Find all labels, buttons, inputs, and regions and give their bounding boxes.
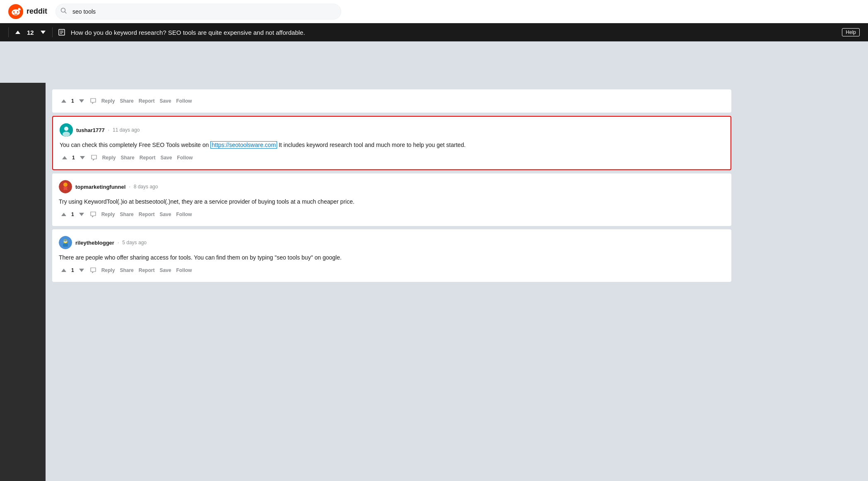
left-sidebar	[0, 83, 46, 481]
reply-button-tushar[interactable]: Reply	[101, 153, 118, 162]
comment-body-tushar1777: You can check this completely Free SEO T…	[60, 141, 724, 149]
svg-point-2	[13, 11, 15, 13]
svg-point-17	[63, 183, 68, 187]
comment-footer-topmarketing: 1 Reply Share Report Save Follow	[59, 209, 725, 219]
downvote-icon-riley[interactable]	[77, 265, 87, 275]
save-button-tushar[interactable]: Save	[159, 153, 174, 162]
help-badge[interactable]: Help	[842, 28, 860, 36]
comment-text-after-link: It includes keyword research tool and mu…	[277, 142, 465, 148]
comment-footer-riley: 1 Reply Share Report Save Follow	[59, 265, 725, 275]
svg-point-26	[65, 240, 66, 241]
downvote-arrow-tushar	[80, 156, 85, 159]
vote-area-riley: 1	[59, 265, 87, 275]
reddit-logo-icon[interactable]	[8, 4, 23, 19]
comment-bubble-icon-tushar	[91, 154, 97, 161]
avatar-tushar1777	[60, 123, 73, 137]
upvote-icon-stub[interactable]	[59, 96, 69, 106]
vote-count-tushar: 1	[70, 155, 77, 161]
logo-area[interactable]: reddit	[8, 4, 47, 19]
comment-topmarketingfunnel: topmarketingfunnel · 8 days ago Try usin…	[52, 173, 731, 226]
reply-button-riley[interactable]: Reply	[100, 266, 117, 275]
search-input[interactable]	[55, 4, 341, 19]
topbar-downvote-button[interactable]	[39, 29, 47, 36]
downvote-icon-tushar[interactable]	[77, 153, 87, 163]
separator-dot-tushar: ·	[108, 127, 109, 133]
comment-bubble-icon-topmarketing	[90, 211, 96, 218]
svg-point-14	[64, 127, 68, 131]
save-button-riley[interactable]: Save	[158, 266, 173, 275]
comment-bubble-icon-stub	[90, 98, 96, 104]
downvote-icon-topmarketing[interactable]	[77, 209, 87, 219]
downvote-icon-stub[interactable]	[77, 96, 87, 106]
avatar-icon-topmarketing	[59, 180, 72, 193]
follow-button-topmarketing[interactable]: Follow	[174, 210, 193, 219]
report-button-topmarketing[interactable]: Report	[137, 210, 157, 219]
svg-point-24	[64, 240, 67, 243]
svg-point-6	[16, 11, 17, 12]
username-topmarketingfunnel[interactable]: topmarketingfunnel	[75, 184, 125, 190]
downvote-arrow-stub	[79, 99, 84, 103]
svg-rect-20	[67, 187, 69, 190]
upvote-arrow-tushar	[62, 156, 67, 159]
comment-bubble-icon-riley	[90, 267, 96, 274]
reply-button-topmarketing[interactable]: Reply	[100, 210, 117, 219]
svg-point-25	[65, 240, 65, 241]
comment-rileytheblogger: rileytheblogger · 5 days ago There are p…	[52, 229, 731, 282]
comment-header-tushar: tushar1777 · 11 days ago	[60, 123, 724, 137]
username-rileytheblogger[interactable]: rileytheblogger	[75, 240, 114, 246]
comment-tushar1777: tushar1777 · 11 days ago You can check t…	[52, 116, 731, 170]
topbar-post-title: How do you do keyword research? SEO tool…	[71, 29, 837, 36]
downvote-arrow-riley	[79, 269, 84, 272]
comment-body-rileytheblogger: There are people who offer sharing acces…	[59, 253, 725, 262]
report-button-stub[interactable]: Report	[137, 96, 157, 106]
reply-button-stub[interactable]: Reply	[100, 96, 117, 106]
timestamp-rileytheblogger: 5 days ago	[122, 240, 147, 245]
upvote-icon-topmarketing[interactable]	[59, 209, 69, 219]
downvote-arrow-icon	[41, 31, 46, 34]
topbar-vote-count: 12	[27, 29, 34, 36]
top-bar: 12 How do you do keyword research? SEO t…	[0, 23, 868, 41]
vote-count-stub: 1	[70, 98, 76, 104]
svg-rect-19	[62, 187, 64, 190]
comment-icon-stub[interactable]	[88, 96, 98, 106]
upvote-arrow-riley	[61, 269, 66, 272]
separator-dot-topmarketing: ·	[129, 184, 130, 190]
comment-header-riley: rileytheblogger · 5 days ago	[59, 236, 725, 249]
upvote-arrow-icon	[15, 31, 20, 34]
avatar-icon-tushar	[60, 123, 73, 137]
comment-bubble-riley[interactable]	[88, 265, 98, 275]
page-layout: 1 Reply Share Report Save Follow	[0, 83, 868, 481]
topbar-upvote-button[interactable]	[14, 29, 22, 36]
svg-point-5	[12, 11, 13, 12]
reddit-wordmark: reddit	[27, 7, 47, 16]
comment-footer-tushar1777: 1 Reply Share Report Save Follow	[60, 153, 724, 163]
comments-area: 1 Reply Share Report Save Follow	[46, 83, 731, 481]
right-sidebar	[731, 83, 868, 481]
timestamp-tushar1777: 11 days ago	[113, 127, 140, 133]
comment-bubble-topmarketing[interactable]	[88, 209, 98, 219]
share-button-stub[interactable]: Share	[118, 96, 135, 106]
follow-button-tushar[interactable]: Follow	[175, 153, 194, 162]
comment-body-topmarketingfunnel: Try using KeywordTool(.)io at bestseotoo…	[59, 197, 725, 206]
share-button-topmarketing[interactable]: Share	[118, 210, 135, 219]
share-button-riley[interactable]: Share	[118, 266, 135, 275]
avatar-icon-riley	[59, 236, 72, 249]
upvote-icon-tushar[interactable]	[60, 153, 70, 163]
upvote-icon-riley[interactable]	[59, 265, 69, 275]
save-button-stub[interactable]: Save	[158, 96, 173, 106]
comment-link-seotoolsware[interactable]: https://seotoolsware.com	[210, 141, 277, 149]
report-button-tushar[interactable]: Report	[138, 153, 157, 162]
vote-area-stub: 1	[59, 96, 87, 106]
separator-dot-riley: ·	[118, 240, 119, 245]
vote-count-topmarketing: 1	[70, 212, 76, 217]
share-button-tushar[interactable]: Share	[119, 153, 136, 162]
comment-bubble-tushar[interactable]	[89, 153, 99, 163]
follow-button-riley[interactable]: Follow	[174, 266, 193, 275]
topbar-divider-mid	[52, 27, 53, 37]
vote-area-topmarketing: 1	[59, 209, 87, 219]
username-tushar1777[interactable]: tushar1777	[76, 127, 105, 133]
report-button-riley[interactable]: Report	[137, 266, 157, 275]
svg-line-8	[65, 12, 67, 13]
follow-button-stub[interactable]: Follow	[174, 96, 193, 106]
save-button-topmarketing[interactable]: Save	[158, 210, 173, 219]
